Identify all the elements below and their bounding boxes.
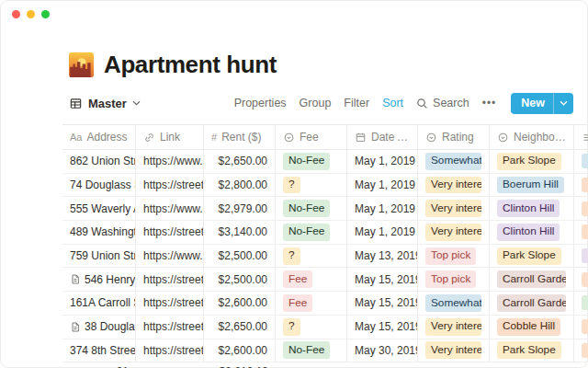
- cell-clipped[interactable]: [574, 245, 588, 268]
- close-window-button[interactable]: [12, 10, 20, 18]
- cell-rating[interactable]: Very interested: [418, 316, 490, 339]
- cell-neighborhood[interactable]: Park Slope: [490, 245, 574, 268]
- table-row[interactable]: 759 Union Street https://www.nakedapartm…: [62, 245, 588, 269]
- cell-neighborhood[interactable]: Clinton Hill: [490, 221, 574, 244]
- cell-rent[interactable]: $2,979.00: [204, 197, 276, 220]
- cell-clipped[interactable]: [574, 174, 588, 197]
- cell-clipped[interactable]: [574, 316, 588, 339]
- cell-neighborhood[interactable]: Park Slope: [490, 339, 574, 362]
- cell-neighborhood[interactable]: Carroll Gardens: [490, 292, 574, 315]
- cell-rating[interactable]: Top pick: [418, 245, 490, 268]
- search-button[interactable]: Search: [416, 97, 469, 109]
- cell-date[interactable]: May 1, 2019: [347, 174, 418, 197]
- cell-fee[interactable]: No-Fee: [276, 197, 347, 220]
- column-header-date-available[interactable]: Date Available: [347, 125, 418, 149]
- cell-neighborhood[interactable]: Cobble Hill: [490, 316, 574, 339]
- properties-button[interactable]: Properties: [234, 97, 287, 109]
- cell-rating[interactable]: Somewhat interested: [418, 150, 490, 173]
- cell-address[interactable]: 862 Union Street: [62, 150, 136, 173]
- column-header-neighborhood[interactable]: Neighborhood: [490, 125, 574, 149]
- cell-rent[interactable]: $2,500.00: [204, 268, 276, 291]
- table-row[interactable]: 38 Douglass Street https://streeteasy.co…: [62, 316, 588, 339]
- cell-rating[interactable]: Very interested: [418, 174, 490, 197]
- cell-address[interactable]: 555 Waverly Avenue: [62, 197, 136, 220]
- cell-clipped[interactable]: [574, 292, 588, 315]
- cell-date[interactable]: May 15, 2019: [347, 292, 418, 315]
- cell-rent[interactable]: $2,600.00: [204, 339, 276, 362]
- cell-rent[interactable]: $2,800.00: [204, 174, 276, 197]
- column-header-fee[interactable]: Fee: [276, 125, 347, 149]
- cell-date[interactable]: May 30, 2019: [347, 339, 418, 362]
- cell-rating[interactable]: Somewhat interested: [418, 292, 490, 315]
- sort-button[interactable]: Sort: [382, 97, 403, 109]
- cell-neighborhood[interactable]: Park Slope: [490, 150, 574, 173]
- cell-fee[interactable]: ?: [276, 245, 347, 268]
- cell-clipped[interactable]: [574, 268, 588, 291]
- table-row[interactable]: 862 Union Street https://www.nakedapartm…: [62, 150, 588, 174]
- cell-date[interactable]: May 1, 2019: [347, 150, 418, 173]
- table-row[interactable]: 489 Washington Avenue https://streeteasy…: [62, 221, 588, 245]
- cell-fee[interactable]: No-Fee: [276, 339, 347, 362]
- cell-rent[interactable]: $2,650.00: [204, 150, 276, 173]
- cell-clipped[interactable]: [574, 150, 588, 173]
- cell-fee[interactable]: Fee: [276, 268, 347, 291]
- cell-fee[interactable]: No-Fee: [276, 221, 347, 244]
- column-header-address[interactable]: Aa Address: [62, 125, 136, 149]
- cell-date[interactable]: May 13, 2019: [347, 245, 418, 268]
- cell-clipped[interactable]: [574, 221, 588, 244]
- city-sunset-page-icon[interactable]: [69, 52, 94, 77]
- cell-link[interactable]: https://streeteasy.com: [136, 316, 204, 339]
- cell-rating[interactable]: Very interested: [418, 339, 490, 362]
- cell-link[interactable]: https://streeteasy.com: [136, 292, 204, 315]
- column-header-rating[interactable]: Rating: [418, 125, 490, 149]
- cell-link[interactable]: https://streeteasy.com: [136, 221, 204, 244]
- cell-link[interactable]: https://www.nakedapartments.com: [136, 150, 204, 173]
- cell-address[interactable]: 759 Union Street: [62, 245, 136, 268]
- cell-address[interactable]: 489 Washington Avenue: [62, 221, 136, 244]
- cell-clipped[interactable]: [574, 339, 588, 362]
- cell-fee[interactable]: No-Fee: [276, 150, 347, 173]
- cell-address[interactable]: 74 Douglass Street: [62, 174, 136, 197]
- cell-rent[interactable]: $3,140.00: [204, 221, 276, 244]
- cell-rent[interactable]: $2,600.00: [204, 292, 276, 315]
- more-options-button[interactable]: •••: [482, 97, 497, 109]
- zoom-window-button[interactable]: [41, 10, 50, 18]
- cell-address[interactable]: 546 Henry Street: [62, 268, 136, 291]
- column-header-rent[interactable]: # Rent ($): [204, 125, 276, 149]
- page-title[interactable]: Apartment hunt: [104, 51, 277, 79]
- cell-rating[interactable]: Very interested: [418, 221, 490, 244]
- group-button[interactable]: Group: [300, 97, 332, 109]
- cell-date[interactable]: May 1, 2019: [347, 197, 418, 220]
- cell-link[interactable]: https://streeteasy.com: [136, 174, 204, 197]
- column-header-link[interactable]: Link: [136, 125, 204, 149]
- cell-address[interactable]: 38 Douglass Street: [62, 316, 136, 339]
- column-header-clipped[interactable]: [574, 125, 588, 149]
- cell-rating[interactable]: Very interested: [418, 197, 490, 220]
- cell-date[interactable]: May 15, 2019: [347, 268, 418, 291]
- view-tab-master[interactable]: Master: [69, 97, 141, 110]
- cell-neighborhood[interactable]: Boerum Hill: [490, 174, 574, 197]
- cell-clipped[interactable]: [574, 197, 588, 220]
- cell-link[interactable]: https://streeteasy.com: [136, 339, 204, 362]
- cell-link[interactable]: https://www.nakedapartments.com: [136, 245, 204, 268]
- new-button-chevron[interactable]: [554, 100, 573, 106]
- table-row[interactable]: 374 8th Street https://streeteasy.com $2…: [62, 339, 588, 363]
- table-row[interactable]: 555 Waverly Avenue https://www.citihabit…: [62, 197, 588, 221]
- cell-date[interactable]: May 15, 2019: [347, 316, 418, 339]
- cell-fee[interactable]: ?: [276, 174, 347, 197]
- cell-neighborhood[interactable]: Clinton Hill: [490, 197, 574, 220]
- filter-button[interactable]: Filter: [344, 97, 369, 109]
- cell-rent[interactable]: $2,500.00: [204, 245, 276, 268]
- table-row[interactable]: 161A Carroll Street https://streeteasy.c…: [62, 292, 588, 316]
- minimize-window-button[interactable]: [27, 10, 35, 18]
- cell-link[interactable]: https://www.citihabitats.com: [136, 197, 204, 220]
- cell-neighborhood[interactable]: Carroll Gardens: [490, 268, 574, 291]
- cell-link[interactable]: https://streeteasy.com: [136, 268, 204, 291]
- cell-fee[interactable]: ?: [276, 316, 347, 339]
- cell-date[interactable]: May 1, 2019: [347, 221, 418, 244]
- cell-fee[interactable]: Fee: [276, 292, 347, 315]
- table-row[interactable]: 546 Henry Street https://streeteasy.com …: [62, 268, 588, 292]
- table-row[interactable]: 74 Douglass Street https://streeteasy.co…: [62, 174, 588, 198]
- cell-rent[interactable]: $2,650.00: [204, 316, 276, 339]
- cell-address[interactable]: 374 8th Street: [62, 339, 136, 362]
